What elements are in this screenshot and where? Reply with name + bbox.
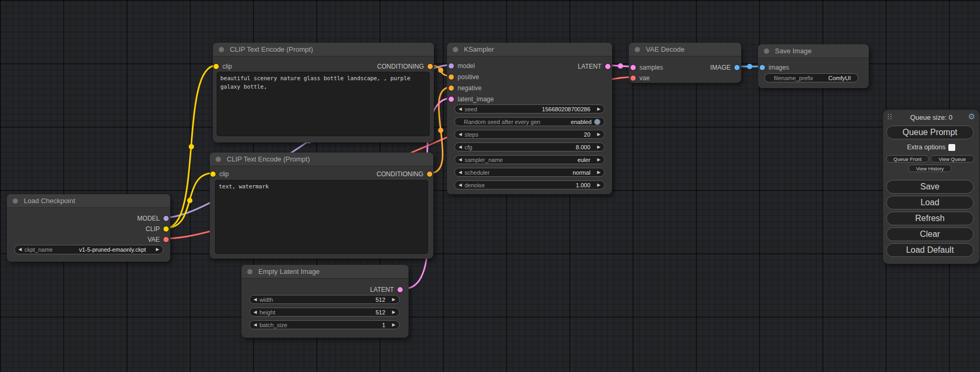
node-title-bar[interactable]: VAE Decode (629, 43, 741, 56)
conditioning-port-dot[interactable] (449, 74, 454, 80)
clip-port-dot[interactable] (214, 64, 219, 69)
view-history-button[interactable]: View History (908, 165, 952, 172)
conditioning-port-dot[interactable] (427, 171, 432, 177)
height-widget[interactable]: ◀ height 512 ▶ (249, 308, 400, 317)
output-latent[interactable]: LATENT (370, 286, 403, 293)
collapse-dot-icon[interactable] (247, 269, 253, 274)
output-model[interactable]: MODEL (137, 215, 169, 222)
node-graph-canvas[interactable]: Load Checkpoint MODEL CLIP VAE ◀ ckpt_na… (0, 0, 980, 372)
increment-arrow-icon[interactable]: ▶ (597, 145, 600, 149)
conditioning-port-dot[interactable] (428, 64, 433, 69)
model-port-dot[interactable] (163, 216, 169, 221)
prompt-textarea[interactable]: beautiful scenery nature glass bottle la… (217, 72, 430, 136)
collapse-dot-icon[interactable] (216, 157, 221, 162)
clear-button[interactable]: Clear (886, 227, 974, 241)
collapse-dot-icon[interactable] (764, 49, 769, 54)
output-conditioning[interactable]: CONDITIONING (377, 63, 433, 70)
input-model[interactable]: model (449, 62, 475, 70)
steps-widget[interactable]: ◀ steps 20 ▶ (454, 130, 605, 139)
decrement-arrow-icon[interactable]: ◀ (459, 158, 462, 162)
load-button[interactable]: Load (886, 196, 974, 209)
node-vae-decode[interactable]: VAE Decode samples vae IMAGE (629, 43, 741, 83)
output-clip[interactable]: CLIP (145, 225, 169, 233)
increment-arrow-icon[interactable]: ▶ (597, 132, 600, 137)
decrement-arrow-icon[interactable]: ◀ (459, 145, 462, 149)
save-button[interactable]: Save (886, 180, 974, 194)
decrement-arrow-icon[interactable]: ◀ (459, 132, 462, 137)
increment-arrow-icon[interactable]: ▶ (392, 310, 395, 314)
collapse-dot-icon[interactable] (453, 47, 458, 52)
queue-panel[interactable]: Queue size: 0 ⚙ Queue Prompt Extra optio… (883, 110, 979, 264)
increment-arrow-icon[interactable]: ▶ (392, 323, 395, 327)
denoise-widget[interactable]: ◀ denoise 1.000 ▶ (454, 180, 605, 189)
sampler-name-widget[interactable]: ◀ sampler_name euler ▶ (454, 155, 605, 164)
vae-port-dot[interactable] (163, 237, 169, 242)
decrement-arrow-icon[interactable]: ◀ (18, 247, 22, 252)
increment-arrow-icon[interactable]: ▶ (597, 107, 600, 111)
ckpt-name-widget[interactable]: ◀ ckpt_name v1-5-pruned-emaonly.ckpt ▶ (14, 245, 163, 254)
input-positive[interactable]: positive (449, 73, 479, 81)
input-clip[interactable]: clip (214, 63, 232, 70)
node-clip-text-encode-negative[interactable]: CLIP Text Encode (Prompt) clip CONDITION… (210, 152, 433, 259)
latent-port-dot[interactable] (449, 97, 454, 102)
decrement-arrow-icon[interactable]: ◀ (459, 107, 462, 111)
batch-size-widget[interactable]: ◀ batch_size 1 ▶ (249, 320, 400, 329)
increment-arrow-icon[interactable]: ▶ (597, 170, 600, 175)
filename-prefix-widget[interactable]: filename_prefix ComfyUI (764, 73, 858, 82)
output-latent[interactable]: LATENT (578, 63, 610, 70)
load-default-button[interactable]: Load Default (886, 243, 974, 257)
node-title-bar[interactable]: Load Checkpoint (7, 194, 170, 208)
collapse-dot-icon[interactable] (219, 47, 224, 52)
conditioning-port-dot[interactable] (449, 85, 454, 91)
queue-front-button[interactable]: Queue Front (886, 155, 929, 163)
image-port-dot[interactable] (760, 65, 765, 70)
increment-arrow-icon[interactable]: ▶ (597, 183, 600, 187)
increment-arrow-icon[interactable]: ▶ (392, 298, 395, 302)
output-conditioning[interactable]: CONDITIONING (376, 170, 432, 178)
node-title-bar[interactable]: Empty Latent Image (241, 265, 409, 279)
decrement-arrow-icon[interactable]: ◀ (254, 310, 257, 314)
node-ksampler[interactable]: KSampler model positive negative latent_… (447, 43, 612, 194)
random-seed-widget[interactable]: Random seed after every gen enabled (454, 117, 605, 126)
node-empty-latent-image[interactable]: Empty Latent Image LATENT ◀ width 512 ▶ … (241, 265, 409, 338)
latent-port-dot[interactable] (397, 287, 403, 292)
node-title-bar[interactable]: CLIP Text Encode (Prompt) (210, 152, 433, 166)
input-samples[interactable]: samples (630, 64, 663, 71)
latent-port-dot[interactable] (605, 64, 610, 69)
increment-arrow-icon[interactable]: ▶ (156, 247, 159, 252)
queue-prompt-button[interactable]: Queue Prompt (886, 126, 974, 139)
seed-widget[interactable]: ◀ seed 156680208700286 ▶ (454, 104, 605, 113)
node-save-image[interactable]: Save Image images filename_prefix ComfyU… (758, 44, 869, 88)
toggle-icon[interactable] (594, 119, 600, 125)
node-title-bar[interactable]: Save Image (758, 44, 869, 58)
collapse-dot-icon[interactable] (635, 47, 640, 52)
node-load-checkpoint[interactable]: Load Checkpoint MODEL CLIP VAE ◀ ckpt_na… (7, 194, 170, 262)
input-vae[interactable]: vae (630, 74, 649, 82)
output-vae[interactable]: VAE (148, 236, 169, 243)
view-queue-button[interactable]: View Queue (930, 155, 974, 163)
decrement-arrow-icon[interactable]: ◀ (254, 298, 257, 302)
model-port-dot[interactable] (449, 63, 454, 69)
node-title-bar[interactable]: CLIP Text Encode (Prompt) (213, 43, 434, 56)
cfg-widget[interactable]: ◀ cfg 8.000 ▶ (454, 142, 605, 151)
prompt-textarea[interactable]: text, watermark (215, 180, 428, 254)
input-clip[interactable]: clip (210, 170, 229, 178)
gear-icon[interactable]: ⚙ (968, 112, 975, 121)
clip-port-dot[interactable] (210, 171, 216, 177)
node-clip-text-encode-positive[interactable]: CLIP Text Encode (Prompt) clip CONDITION… (213, 43, 434, 142)
input-latent-image[interactable]: latent_image (449, 96, 494, 103)
collapse-dot-icon[interactable] (13, 198, 18, 204)
input-negative[interactable]: negative (449, 84, 481, 92)
latent-port-dot[interactable] (630, 65, 636, 70)
scheduler-widget[interactable]: ◀ scheduler normal ▶ (454, 168, 605, 177)
extra-options-checkbox[interactable] (948, 144, 955, 151)
clip-port-dot[interactable] (163, 226, 169, 232)
image-port-dot[interactable] (734, 65, 740, 70)
refresh-button[interactable]: Refresh (886, 212, 974, 225)
decrement-arrow-icon[interactable]: ◀ (459, 170, 462, 175)
output-image[interactable]: IMAGE (710, 64, 740, 71)
decrement-arrow-icon[interactable]: ◀ (459, 183, 462, 187)
node-title-bar[interactable]: KSampler (447, 43, 612, 56)
input-images[interactable]: images (760, 64, 789, 71)
width-widget[interactable]: ◀ width 512 ▶ (249, 295, 400, 304)
